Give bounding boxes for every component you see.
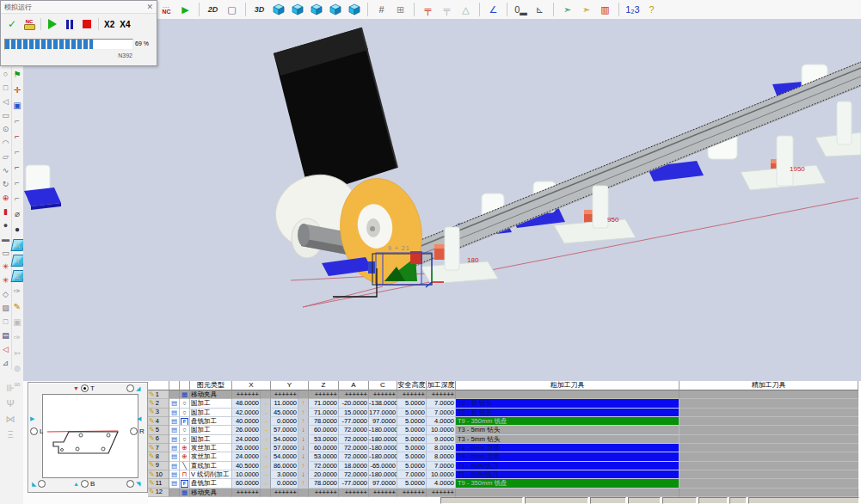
safe-height-cell[interactable]: ++++++ bbox=[397, 489, 427, 497]
play-button[interactable] bbox=[46, 18, 58, 31]
sidebar-tool-icon[interactable]: ⌐ bbox=[11, 160, 23, 175]
sidebar-tool-icon[interactable]: ▭ bbox=[0, 108, 11, 122]
type-icon-cell[interactable]: F bbox=[180, 417, 190, 426]
column-header[interactable]: Y bbox=[271, 381, 309, 390]
row-number-cell[interactable]: ✎6 bbox=[148, 435, 169, 444]
depth-cell[interactable]: ++++++ bbox=[427, 390, 456, 399]
x-value-cell[interactable]: 24.0000 bbox=[232, 452, 261, 461]
sidebar-tool-icon[interactable]: ● bbox=[11, 222, 23, 237]
x-direction-icon[interactable]: → bbox=[261, 452, 271, 461]
iso-view-4-icon[interactable] bbox=[327, 2, 343, 18]
element-type-cell[interactable]: V 线切削加工 bbox=[190, 470, 232, 479]
sidebar-tool-icon[interactable]: ▭ bbox=[0, 246, 11, 260]
c-value-cell[interactable]: -180.0000 bbox=[369, 444, 397, 452]
y-value-cell[interactable]: 54.0000 bbox=[271, 452, 298, 461]
row-doc-icon-cell[interactable]: ▤ bbox=[169, 444, 180, 452]
a-value-cell[interactable]: -20.0000 bbox=[339, 399, 369, 408]
row-number-cell[interactable]: ✎9 bbox=[148, 462, 169, 470]
y-direction-icon[interactable]: ↑ bbox=[298, 479, 309, 488]
a-value-cell[interactable]: -77.0000 bbox=[339, 417, 369, 426]
simulation-run-dialog[interactable]: 模拟运行 ✕ ✓ NC X2 X4 69 % N392 bbox=[0, 0, 157, 66]
rough-tool-cell[interactable] bbox=[456, 390, 680, 399]
tool-ghost-icon[interactable]: ╤ bbox=[439, 2, 455, 18]
table-row[interactable]: ✎12 ▦ 移动夹具 ++++++ ++++++ ++++++ ++++++ +… bbox=[148, 489, 861, 497]
x-value-cell[interactable]: 26.0000 bbox=[232, 426, 261, 434]
type-icon-cell[interactable]: ○ bbox=[180, 399, 190, 408]
view-left-option[interactable]: L bbox=[30, 427, 43, 435]
x-direction-icon[interactable] bbox=[261, 390, 271, 399]
rack-icon[interactable]: ▥ bbox=[597, 2, 613, 18]
row-number-cell[interactable]: ✎7 bbox=[148, 444, 169, 452]
a-value-cell[interactable]: 72.0000 bbox=[339, 444, 369, 452]
y-direction-icon[interactable] bbox=[298, 390, 309, 399]
view-bottom-radio[interactable] bbox=[81, 480, 89, 488]
type-icon-cell[interactable]: ⊓ bbox=[180, 470, 190, 479]
safe-height-cell[interactable]: 5.0000 bbox=[397, 452, 427, 461]
depth-cell[interactable]: ++++++ bbox=[427, 489, 456, 497]
y-direction-icon[interactable]: ↓ bbox=[298, 426, 309, 434]
type-icon-cell[interactable]: ○ bbox=[180, 435, 190, 444]
view-bottom-option[interactable]: ▲ B bbox=[73, 480, 95, 488]
y-value-cell[interactable]: 11.0000 bbox=[271, 399, 298, 408]
sidebar-tool-icon[interactable]: ● bbox=[0, 218, 11, 232]
sidebar-tool-icon[interactable]: ✑ bbox=[11, 284, 23, 299]
x-value-cell[interactable]: 10.0000 bbox=[232, 470, 261, 479]
column-header[interactable]: C bbox=[369, 381, 397, 390]
table-row[interactable]: ✎8 ▤ ⊕ 攻丝加工 24.0000 → 54.0000 ↓ 53.0000 … bbox=[148, 452, 861, 461]
element-type-cell[interactable]: 直线加工 bbox=[190, 462, 232, 470]
sidebar-tool-icon[interactable]: ▮ bbox=[0, 205, 11, 218]
x-direction-icon[interactable]: → bbox=[261, 470, 271, 479]
sidebar-tool-icon[interactable]: ✛ bbox=[11, 83, 23, 98]
table-row[interactable]: ✎3 ▤ ○ 圆加工 42.0000 → 45.0000 ↑ 71.0000 1… bbox=[148, 409, 861, 417]
sidebar-tool-icon[interactable]: ⊕ bbox=[0, 191, 11, 205]
finish-tool-cell[interactable] bbox=[680, 426, 858, 434]
element-type-cell[interactable]: 移动夹具 bbox=[190, 489, 232, 497]
element-type-cell[interactable]: 圆加工 bbox=[190, 409, 232, 417]
sidebar-tool-icon[interactable]: ✑ bbox=[11, 330, 23, 346]
x-value-cell[interactable]: 42.0000 bbox=[232, 409, 261, 417]
sidebar-tool-icon[interactable]: ◁ bbox=[0, 95, 11, 108]
row-number-cell[interactable]: ✎8 bbox=[148, 452, 169, 461]
c-value-cell[interactable]: 97.0000 bbox=[369, 417, 397, 426]
sidebar-tool-icon[interactable]: ◠ bbox=[0, 136, 11, 150]
c-value-cell[interactable]: ++++++ bbox=[369, 390, 397, 399]
c-value-cell[interactable]: 97.0000 bbox=[369, 479, 397, 488]
z-value-cell[interactable]: 71.0000 bbox=[309, 399, 339, 408]
z-value-cell[interactable]: 71.0000 bbox=[309, 409, 339, 417]
type-icon-cell[interactable]: ○ bbox=[180, 426, 190, 434]
speed-x4-button[interactable]: X4 bbox=[120, 20, 130, 29]
x-direction-icon[interactable]: → bbox=[261, 409, 271, 417]
sidebar-tool-icon[interactable]: ⋈ bbox=[2, 411, 19, 427]
sidebar-tool-icon[interactable]: ○ bbox=[0, 67, 11, 81]
sidebar-tool-icon[interactable]: ◁ bbox=[0, 342, 11, 356]
y-value-cell[interactable]: 0.0000 bbox=[271, 479, 298, 488]
row-number-cell[interactable]: ✎2 bbox=[148, 399, 169, 408]
sidebar-tool-icon[interactable]: ▱ bbox=[0, 150, 11, 163]
safe-height-cell[interactable]: 5.0000 bbox=[397, 399, 427, 408]
view-topright-radio[interactable] bbox=[126, 384, 134, 392]
view-frame-icon[interactable]: ▢ bbox=[224, 2, 240, 18]
z-value-cell[interactable]: 78.0000 bbox=[309, 417, 339, 426]
c-value-cell[interactable]: -180.0000 bbox=[369, 452, 397, 461]
element-type-cell[interactable]: 盘铣加工 bbox=[190, 417, 232, 426]
c-value-cell[interactable]: -180.0000 bbox=[369, 435, 397, 444]
finish-tool-cell[interactable] bbox=[680, 479, 858, 488]
column-header[interactable] bbox=[180, 381, 190, 390]
x-value-cell[interactable]: ++++++ bbox=[232, 390, 261, 399]
safe-height-cell[interactable]: 5.0000 bbox=[397, 435, 427, 444]
rotate-180-icon[interactable]: ⊾ bbox=[532, 2, 548, 18]
rough-tool-cell[interactable] bbox=[456, 489, 680, 497]
safe-height-cell[interactable]: 5.0000 bbox=[397, 417, 427, 426]
depth-cell[interactable]: 10.0000 bbox=[427, 470, 456, 479]
y-value-cell[interactable]: 0.0000 bbox=[271, 417, 298, 426]
row-number-cell[interactable]: ✎11 bbox=[148, 479, 169, 488]
y-direction-icon[interactable]: ↑ bbox=[298, 417, 309, 426]
table-row[interactable]: ✎2 ▤ ○ 圆加工 48.0000 → 11.0000 ↑ 71.0000 -… bbox=[148, 399, 861, 408]
rough-tool-cell[interactable]: T9 - 350mm 铣盘 bbox=[456, 417, 680, 426]
sidebar-tool-icon[interactable]: ⌐ bbox=[11, 191, 23, 206]
rough-tool-cell[interactable]: T1 - 6MM铣刀 bbox=[456, 470, 680, 479]
sidebar-tool-icon[interactable]: ▬ bbox=[0, 232, 11, 246]
column-header[interactable] bbox=[148, 381, 169, 390]
sidebar-tool-icon[interactable]: ⌐ bbox=[11, 144, 23, 160]
y-direction-icon[interactable]: ↓ bbox=[298, 435, 309, 444]
